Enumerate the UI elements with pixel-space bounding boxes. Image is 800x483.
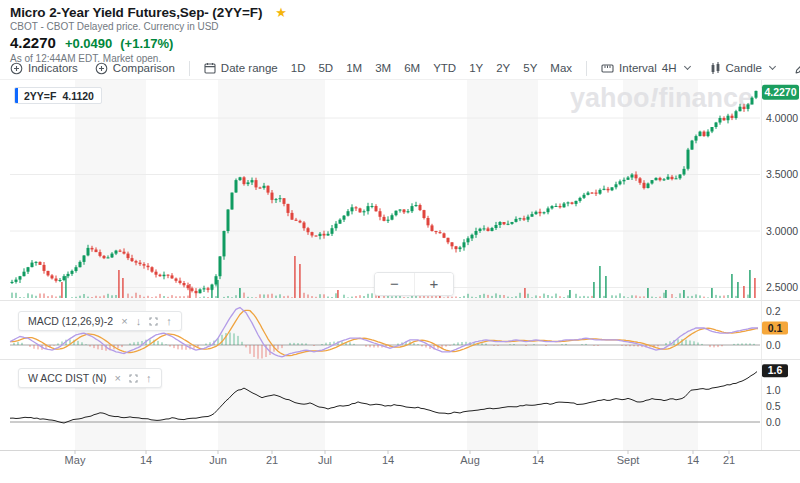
svg-text:0.1: 0.1 xyxy=(768,322,783,334)
svg-text:0.5: 0.5 xyxy=(766,400,781,412)
svg-text:14: 14 xyxy=(140,454,152,466)
svg-text:21: 21 xyxy=(723,454,735,466)
svg-text:1.6: 1.6 xyxy=(768,364,783,376)
macd-indicator-chip: MACD (12,26,9)-2 × ↓ ↑ xyxy=(18,311,182,331)
legend-value: 4.1120 xyxy=(62,90,94,102)
svg-text:14: 14 xyxy=(382,454,394,466)
macd-expand-icon[interactable] xyxy=(149,317,158,326)
svg-text:4.2270: 4.2270 xyxy=(764,86,796,98)
svg-text:May: May xyxy=(65,454,86,466)
chart-canvas[interactable]: yahoo!financeMay14Jun21Jul14Aug14Sept142… xyxy=(0,0,800,483)
wacc-indicator-chip: W ACC DIST (N) × ↑ xyxy=(18,368,162,388)
macd-move-down-icon[interactable]: ↓ xyxy=(136,316,142,327)
last-price-badge: 4.2270 xyxy=(762,85,799,100)
svg-text:14: 14 xyxy=(687,454,699,466)
svg-text:Jun: Jun xyxy=(209,454,227,466)
wacc-label: W ACC DIST (N) xyxy=(28,372,107,384)
svg-text:21: 21 xyxy=(266,454,278,466)
macd-move-up-icon[interactable]: ↑ xyxy=(166,316,172,327)
finance-chart-app: Micro 2-Year Yield Futures,Sep- (2YY=F) … xyxy=(0,0,800,483)
svg-text:3.5000: 3.5000 xyxy=(766,168,798,180)
legend-symbol: 2YY=F xyxy=(24,90,56,102)
macd-value-badge: 0.1 xyxy=(762,322,788,335)
zoom-controls: − + xyxy=(374,272,454,296)
watermark: yahoo!finance xyxy=(570,83,753,113)
symbol-legend-chip[interactable]: 2YY=F 4.1120 xyxy=(14,87,102,104)
y-axis-labels: 4.00003.50003.00002.50000.20.01.00.50.04… xyxy=(762,85,799,428)
macd-label: MACD (12,26,9)-2 xyxy=(28,315,113,327)
macd-close-icon[interactable]: × xyxy=(121,316,127,327)
wacc-expand-icon[interactable] xyxy=(129,374,138,383)
zoom-in-button[interactable]: + xyxy=(414,273,453,295)
month-stripes xyxy=(75,80,698,450)
svg-text:1.0: 1.0 xyxy=(766,384,781,396)
svg-text:3.0000: 3.0000 xyxy=(766,225,798,237)
x-axis: May14Jun21Jul14Aug14Sept1421 xyxy=(0,450,800,466)
svg-text:14: 14 xyxy=(532,454,544,466)
svg-text:2.5000: 2.5000 xyxy=(766,281,798,293)
svg-text:4.0000: 4.0000 xyxy=(766,112,798,124)
svg-text:0.0: 0.0 xyxy=(766,339,781,351)
svg-text:Aug: Aug xyxy=(460,454,480,466)
zoom-out-button[interactable]: − xyxy=(375,273,414,295)
svg-text:0.2: 0.2 xyxy=(766,305,781,317)
svg-text:0.0: 0.0 xyxy=(766,416,781,428)
wacc-value-badge: 1.6 xyxy=(762,364,788,377)
wacc-close-icon[interactable]: × xyxy=(115,373,121,384)
svg-text:Jul: Jul xyxy=(318,454,332,466)
wacc-move-up-icon[interactable]: ↑ xyxy=(146,373,152,384)
svg-text:Sept: Sept xyxy=(617,454,640,466)
